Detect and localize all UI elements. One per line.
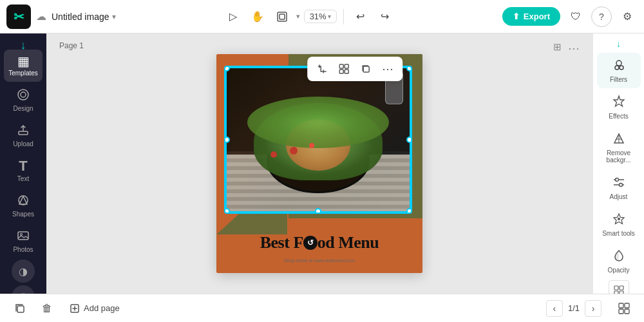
templates-icon: ▦ [17, 55, 30, 68]
opacity-label: Opacity [608, 267, 630, 274]
right-item-effects[interactable]: Effects [597, 90, 641, 125]
pointer-tool-button[interactable]: ▷ [223, 6, 243, 27]
photos-label: Photos [13, 246, 33, 253]
cloud-icon: ☁ [36, 10, 46, 23]
effects-label: Effects [609, 113, 628, 120]
sidebar-collapse-button[interactable]: ˅ [12, 285, 35, 294]
title-icon: ↺ [303, 236, 317, 250]
right-item-opacity[interactable]: Opacity [597, 243, 641, 279]
zoom-value: 31% [310, 12, 327, 21]
more-options-icon[interactable]: ⋯ [378, 59, 397, 79]
right-item-filters[interactable]: Filters [597, 53, 641, 88]
svg-rect-30 [625, 303, 629, 308]
svg-rect-6 [18, 232, 28, 240]
svg-rect-29 [619, 303, 623, 308]
text-icon: T [19, 159, 27, 173]
design-label: Design [13, 105, 33, 112]
logo-icon: ✂ [14, 10, 24, 23]
svg-point-14 [615, 66, 619, 70]
delete-page-button[interactable]: 🗑 [37, 299, 57, 318]
add-page-label: Add page [84, 303, 120, 313]
shapes-label: Shapes [12, 211, 34, 218]
zoom-control[interactable]: 31% ▾ [304, 10, 337, 23]
svg-point-3 [18, 90, 28, 100]
undo-button[interactable]: ↩ [350, 6, 371, 27]
svg-rect-1 [279, 14, 285, 19]
page-indicator: 1/1 [568, 303, 580, 313]
zoom-chevron-icon: ▾ [328, 13, 331, 20]
sidebar-item-upload[interactable]: Upload [4, 118, 43, 153]
grid-view-button[interactable] [614, 299, 634, 318]
filters-label: Filters [610, 76, 627, 83]
smart-tools-icon [612, 212, 626, 228]
svg-rect-12 [363, 66, 369, 72]
settings-button[interactable]: ⚙ [617, 6, 638, 27]
prev-page-button[interactable]: ‹ [546, 300, 563, 317]
sidebar-bottom: ◑ ˅ [12, 260, 35, 294]
sidebar-item-text[interactable]: T Text [4, 154, 43, 187]
text-label: Text [17, 175, 29, 182]
title-area[interactable]: Untitled image ▾ [52, 12, 116, 22]
sidebar-item-shapes[interactable]: Shapes [4, 189, 43, 223]
sidebar-item-design[interactable]: Design [4, 83, 43, 117]
copy-page-button[interactable] [10, 299, 30, 318]
title-text-best: Best F [260, 233, 303, 252]
svg-point-13 [616, 61, 621, 66]
page-navigation: ‹ 1/1 › [546, 300, 601, 317]
export-button[interactable]: ⬆ Export [502, 7, 560, 26]
topbar-right: ⬆ Export 🛡 ? ⚙ [502, 6, 638, 27]
tomato-2 [309, 143, 314, 148]
toolbar-separator [343, 9, 344, 24]
svg-rect-27 [17, 306, 24, 312]
templates-label: Templates [8, 70, 38, 77]
svg-rect-32 [625, 309, 629, 314]
svg-rect-11 [345, 70, 348, 73]
title-chevron-icon: ▾ [112, 12, 116, 21]
sidebar-item-photos[interactable]: Photos [4, 224, 43, 258]
upload-label: Upload [13, 140, 33, 147]
app-logo[interactable]: ✂ [6, 5, 31, 29]
right-item-adjust[interactable]: Adjust [597, 170, 641, 205]
svg-point-7 [21, 234, 23, 236]
upload-icon [17, 124, 30, 138]
title-text-menu: od Menu [317, 233, 379, 252]
next-page-button[interactable]: › [585, 300, 601, 317]
tomato-1 [290, 147, 298, 155]
food-image[interactable] [224, 66, 412, 214]
shield-button[interactable]: 🛡 [565, 6, 586, 27]
svg-rect-0 [278, 12, 287, 21]
right-sidebar-arrow: ↓ [616, 39, 621, 49]
copy-style-button[interactable] [356, 59, 375, 79]
svg-rect-24 [620, 286, 623, 290]
svg-point-21 [619, 184, 622, 187]
grid-tool-button[interactable] [334, 59, 354, 79]
add-page-button[interactable]: Add page [64, 301, 125, 316]
svg-rect-8 [339, 64, 343, 68]
sidebar-item-templates[interactable]: ▦ Templates [4, 50, 43, 82]
tomato-3 [270, 151, 277, 158]
layout-tool-button[interactable] [272, 6, 292, 27]
canvas-more-icon[interactable]: ⋯ [568, 41, 580, 55]
crop-tool-button[interactable] [312, 59, 332, 79]
topbar: ✂ ☁ Untitled image ▾ ▷ ✋ ▾ 31% ▾ ↩ ↪ ⬆ E… [0, 0, 644, 33]
main-area: ↓ ▦ Templates Design Upload [0, 33, 644, 294]
right-bottom-grid-button[interactable] [609, 280, 629, 294]
canvas-page-grid-icon[interactable]: ⊞ [553, 41, 562, 53]
hand-tool-button[interactable]: ✋ [247, 6, 268, 27]
help-button[interactable]: ? [591, 6, 612, 27]
remove-bg-label: Remove backgr... [600, 149, 638, 164]
theme-toggle-button[interactable]: ◑ [12, 260, 35, 283]
photos-icon [17, 229, 30, 244]
left-sidebar: ↓ ▦ Templates Design Upload [0, 33, 46, 294]
redo-button[interactable]: ↪ [375, 6, 395, 27]
smart-tools-label: Smart tools [602, 230, 635, 237]
right-item-smart-tools[interactable]: Smart tools [597, 207, 641, 242]
design-canvas[interactable]: Best F↺od Menu Shop online at www.restau… [216, 54, 422, 273]
lettuce-top [247, 97, 389, 148]
svg-rect-23 [614, 286, 618, 290]
svg-rect-10 [339, 70, 343, 73]
opacity-icon [612, 249, 626, 265]
export-icon: ⬆ [513, 12, 520, 21]
svg-point-22 [618, 218, 620, 220]
right-item-remove-bg[interactable]: Remove backgr... [597, 126, 641, 169]
